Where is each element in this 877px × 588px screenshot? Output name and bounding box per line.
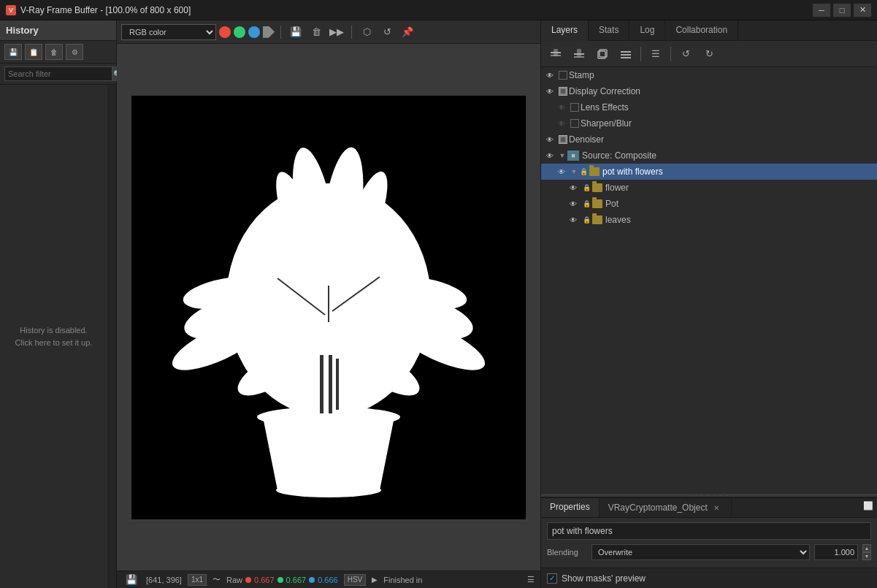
layer-item-denoiser[interactable]: 👁 Denoiser <box>541 131 877 148</box>
alpha-button[interactable] <box>263 26 275 38</box>
title-bar-left: V V-Ray Frame Buffer - [100.0% of 800 x … <box>6 5 191 15</box>
blend-amount-input[interactable] <box>814 544 858 560</box>
layer-eye-source[interactable]: 👁 <box>544 150 556 161</box>
properties-content: Blending Overwrite ▲ ▼ <box>541 518 877 568</box>
close-cryptomatte-tab[interactable]: ✕ <box>711 502 722 513</box>
layer-item-pot-with-flowers[interactable]: 👁 ▼ 🔒 pot with flowers <box>541 164 877 180</box>
remove-layer-button[interactable] <box>569 44 589 64</box>
blending-label: Blending <box>547 548 587 557</box>
status-options-button[interactable]: ☰ <box>527 575 535 584</box>
tab-stats[interactable]: Stats <box>589 20 629 40</box>
layer-eye-lens[interactable]: 👁 <box>556 102 567 113</box>
history-settings-button[interactable]: ⚙ <box>66 44 83 60</box>
history-clone-button[interactable]: 📋 <box>25 44 42 60</box>
layer-item-source-composite[interactable]: 👁 ▼ ■ Source: Composite <box>541 148 877 164</box>
render-region-button[interactable]: ⬡ <box>358 23 375 41</box>
layers-separator <box>640 47 641 61</box>
right-panel: Layers Stats Log Collaboration <box>541 20 877 588</box>
layer-eye-sharpen[interactable]: 👁 <box>556 118 567 129</box>
scale-display: 1x1 <box>188 574 207 586</box>
search-container: 🔍 ▾ <box>0 64 116 85</box>
pot-expand-arrow[interactable]: ▼ <box>570 168 578 175</box>
layer-check-denoiser[interactable] <box>559 135 567 144</box>
leaves-folder-icon <box>592 215 602 224</box>
show-masks-checkbox[interactable] <box>547 573 557 584</box>
raw-r-value: 0.667 <box>254 576 275 584</box>
tab-properties[interactable]: Properties <box>541 498 600 517</box>
history-delete-button[interactable]: 🗑 <box>45 44 63 60</box>
pin-button[interactable]: 📌 <box>399 23 416 41</box>
green-channel-button[interactable] <box>234 26 245 38</box>
save-button[interactable]: 💾 <box>287 23 305 41</box>
properties-expand-button[interactable]: ⬜ <box>862 498 877 513</box>
layer-eye-flower[interactable]: 👁 <box>567 182 579 194</box>
layer-item-pot[interactable]: 👁 🔒 Pot <box>541 196 877 212</box>
svg-rect-22 <box>336 359 339 410</box>
blend-amount-spinners: ▲ ▼ <box>862 544 871 560</box>
layer-check-lens[interactable] <box>570 103 579 112</box>
svg-point-1 <box>276 483 381 497</box>
layer-eye-stamp[interactable]: 👁 <box>544 69 556 81</box>
layer-name-input[interactable] <box>547 522 871 540</box>
history-main: History is disabled. Click here to set i… <box>0 85 116 588</box>
blending-select[interactable]: Overwrite <box>591 544 810 560</box>
layer-eye-leaves[interactable]: 👁 <box>567 214 579 226</box>
layer-eye-pot[interactable]: 👁 <box>556 166 567 177</box>
layer-check-display[interactable] <box>559 87 567 96</box>
fb-statusbar: 💾 [641, 396] 1x1 〜 Raw 0.667 0.667 0.666… <box>117 570 540 588</box>
history-scrollbar[interactable] <box>107 85 116 588</box>
red-channel-button[interactable] <box>219 26 231 38</box>
layer-eye-denoiser[interactable]: 👁 <box>544 134 556 145</box>
layer-item-sharpen[interactable]: 👁 Sharpen/Blur <box>541 115 877 131</box>
show-masks-checkbox-container[interactable]: Show masks' preview <box>547 573 646 584</box>
more-button[interactable]: ▶▶ <box>328 23 345 41</box>
layer-name-pot: Pot <box>605 199 619 209</box>
blend-down-button[interactable]: ▼ <box>862 552 871 560</box>
duplicate-layer-button[interactable] <box>592 44 613 64</box>
layer-check-sharpen[interactable] <box>570 119 579 128</box>
layer-item-lens-effects[interactable]: 👁 Lens Effects <box>541 99 877 115</box>
layer-eye-pot-item[interactable]: 👁 <box>567 198 579 210</box>
layer-name-display-correction: Display Correction <box>569 86 640 96</box>
flower-folder-icon <box>592 183 602 192</box>
hsv-mode[interactable]: HSV <box>344 574 367 586</box>
window-title: V-Ray Frame Buffer - [100.0% of 800 x 60… <box>20 5 191 15</box>
wave-icon: 〜 <box>212 574 221 585</box>
layer-item-display-correction[interactable]: 👁 Display Correction <box>541 83 877 99</box>
toolbar-separator-1 <box>280 26 281 39</box>
tab-vray-cryptomatte[interactable]: VRayCryptomatte_Object ✕ <box>600 498 732 517</box>
properties-panel: Properties VRayCryptomatte_Object ✕ ⬜ Bl… <box>541 497 877 568</box>
layer-name-leaves: leaves <box>605 215 631 225</box>
layer-list-button[interactable]: ☰ <box>646 44 666 64</box>
history-toolbar: 💾 📋 🗑 ⚙ <box>0 41 116 64</box>
title-bar: V V-Ray Frame Buffer - [100.0% of 800 x … <box>0 0 877 20</box>
fb-status-save-button[interactable]: 💾 <box>123 571 140 589</box>
history-panel: History 💾 📋 🗑 ⚙ 🔍 ▾ History is disabled.… <box>0 20 117 588</box>
undo-button[interactable]: ↺ <box>675 44 696 64</box>
close-button[interactable]: ✕ <box>854 4 871 17</box>
search-input[interactable] <box>4 66 112 81</box>
blend-up-button[interactable]: ▲ <box>862 544 871 552</box>
tab-layers[interactable]: Layers <box>541 20 589 41</box>
layer-item-flower[interactable]: 👁 🔒 flower <box>541 180 877 196</box>
svg-rect-21 <box>329 355 332 413</box>
tab-collaboration[interactable]: Collaboration <box>665 20 738 40</box>
minimize-button[interactable]: ─ <box>813 4 830 17</box>
history-compare-button[interactable]: ↺ <box>378 23 396 41</box>
source-expand-arrow[interactable]: ▼ <box>559 152 566 159</box>
maximize-button[interactable]: □ <box>833 4 851 17</box>
layer-check-stamp[interactable] <box>559 71 567 80</box>
layer-item-leaves[interactable]: 👁 🔒 leaves <box>541 212 877 228</box>
tab-log[interactable]: Log <box>629 20 665 40</box>
layer-item-stamp[interactable]: 👁 Stamp <box>541 67 877 83</box>
clear-button[interactable]: 🗑 <box>307 23 325 41</box>
layer-eye-display[interactable]: 👁 <box>544 85 556 97</box>
add-layer-button[interactable] <box>545 44 566 64</box>
history-save-button[interactable]: 💾 <box>4 44 22 60</box>
merge-layers-button[interactable] <box>616 44 636 64</box>
color-mode-select[interactable]: RGB color <box>121 24 216 40</box>
raw-red-indicator <box>245 577 251 583</box>
redo-button[interactable]: ↻ <box>699 44 719 64</box>
history-disabled-message[interactable]: History is disabled. Click here to set i… <box>0 85 107 588</box>
blue-channel-button[interactable] <box>248 26 260 38</box>
